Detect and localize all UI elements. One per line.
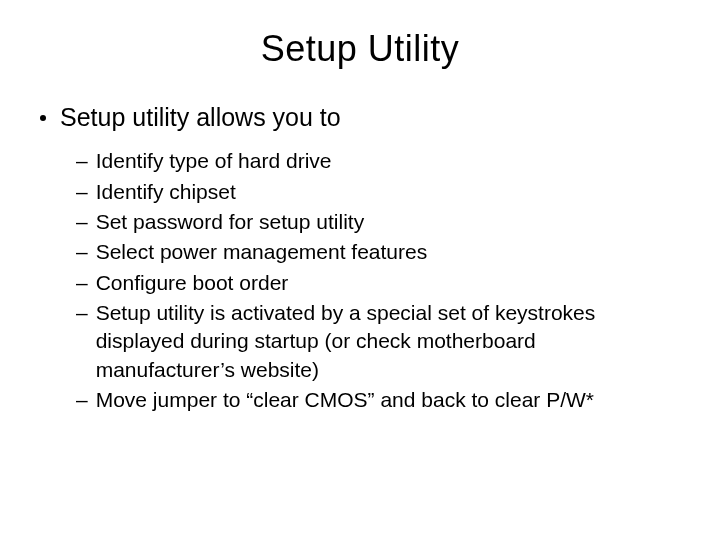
list-item: – Setup utility is activated by a specia…	[76, 299, 680, 384]
dash-icon: –	[76, 299, 88, 327]
dash-icon: –	[76, 178, 88, 206]
sub-item-text: Configure boot order	[96, 269, 289, 297]
dash-icon: –	[76, 238, 88, 266]
list-item: – Move jumper to “clear CMOS” and back t…	[76, 386, 680, 414]
main-bullet-text: Setup utility allows you to	[60, 102, 341, 133]
list-item: – Identify chipset	[76, 178, 680, 206]
sub-item-text: Move jumper to “clear CMOS” and back to …	[96, 386, 594, 414]
sub-item-text: Set password for setup utility	[96, 208, 364, 236]
dash-icon: –	[76, 386, 88, 414]
dash-icon: –	[76, 208, 88, 236]
sub-item-text: Select power management features	[96, 238, 428, 266]
list-item: – Set password for setup utility	[76, 208, 680, 236]
slide-title: Setup Utility	[40, 28, 680, 70]
dash-icon: –	[76, 147, 88, 175]
main-bullet: Setup utility allows you to	[40, 102, 680, 133]
sub-item-text: Identify chipset	[96, 178, 236, 206]
sub-bullet-list: – Identify type of hard drive – Identify…	[76, 147, 680, 414]
sub-item-text: Setup utility is activated by a special …	[96, 299, 676, 384]
list-item: – Configure boot order	[76, 269, 680, 297]
list-item: – Select power management features	[76, 238, 680, 266]
dash-icon: –	[76, 269, 88, 297]
sub-item-text: Identify type of hard drive	[96, 147, 332, 175]
list-item: – Identify type of hard drive	[76, 147, 680, 175]
bullet-icon	[40, 115, 46, 121]
